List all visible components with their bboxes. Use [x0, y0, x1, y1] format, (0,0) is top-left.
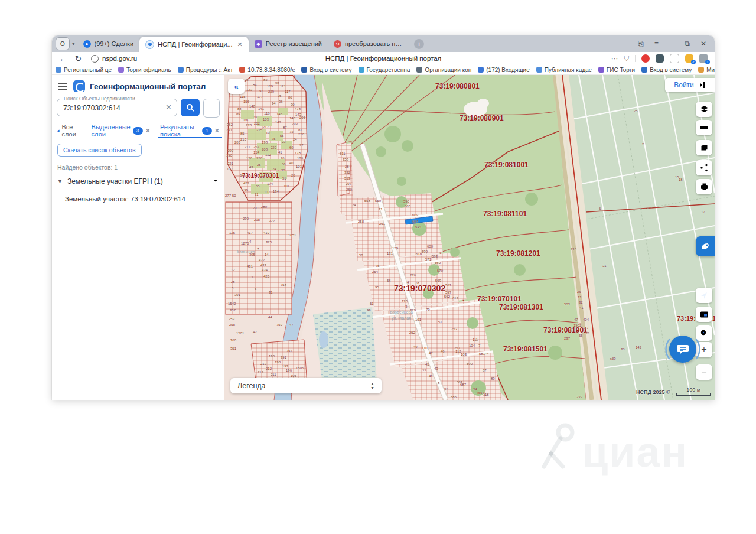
- tab-count-badge: 3: [133, 127, 143, 135]
- parcel-number-label: 259: [229, 317, 234, 321]
- cadastral-quarter-label: 73:19:080801: [435, 82, 480, 90]
- download-list-button[interactable]: Скачать список объектов: [57, 144, 142, 157]
- parcel-number-label: 177: [257, 95, 263, 99]
- cadastral-quarter-label: 73:19:081901: [543, 326, 588, 334]
- bookmark-flag-icon[interactable]: ⛉: [624, 55, 629, 63]
- share-button[interactable]: [696, 160, 712, 175]
- sidebar-tab-0[interactable]: ◂Все слои: [52, 123, 87, 138]
- bookmark-item[interactable]: Министерство и: [698, 67, 715, 73]
- print-button[interactable]: [696, 179, 712, 194]
- measure-button[interactable]: [696, 120, 712, 135]
- cadastral-quarter-label: 73:19:080901: [460, 114, 504, 122]
- parcel-number-label: 60: [289, 146, 294, 149]
- hamburger-menu-icon[interactable]: [58, 83, 67, 90]
- bookmark-item[interactable]: Вход в систему: [301, 67, 351, 73]
- portal-logo-icon: [73, 80, 85, 92]
- screenshot-button[interactable]: [696, 307, 712, 322]
- bookmark-item[interactable]: (172) Входящие: [478, 67, 530, 73]
- parcel-number-label: 142: [636, 346, 641, 349]
- browser-tab-deals[interactable]: ● (99+) Сделки: [77, 35, 140, 52]
- browser-logo-button[interactable]: O: [56, 37, 70, 50]
- address-bar: ← ↻ nspd.gov.ru НСПД | Геоинформационный…: [52, 52, 715, 66]
- browser-tab-pdf[interactable]: Я преобразовать пдф в jpg: [328, 35, 410, 52]
- results-group-title: Земельные участки ЕГРН (1): [67, 177, 163, 185]
- parcel-number-label: 298: [254, 218, 260, 222]
- bookmark-item[interactable]: Региональный це: [56, 67, 112, 73]
- map-canvas[interactable]: 73:19:08080173:19:08090173:19:08100173:1…: [224, 75, 715, 400]
- login-button[interactable]: Войти: [665, 78, 715, 92]
- zoom-out-button[interactable]: −: [696, 364, 712, 380]
- chevron-down-icon[interactable]: ▾: [72, 41, 75, 47]
- result-list-item[interactable]: Земельный участок: 73:19:070302:614: [65, 191, 219, 203]
- parcel-number-label: 604: [412, 220, 418, 223]
- parcel-number-label: 66: [282, 162, 286, 166]
- extension-icon-pointer[interactable]: 1: [699, 54, 708, 63]
- parcel-number-label: 65: [256, 184, 260, 188]
- parcel-number-label: 43: [249, 165, 253, 169]
- search-field[interactable]: Поиск Объекты недвижимости ✕: [57, 99, 177, 116]
- bookmark-item[interactable]: Публичная кадас: [536, 67, 592, 73]
- parcel-number-label: 260: [346, 188, 352, 191]
- parcel-number-label: 156: [243, 100, 249, 103]
- legend-bar[interactable]: Легенда ▲▼: [230, 378, 382, 393]
- menu-icon[interactable]: ≡: [654, 40, 659, 48]
- extension-icon-dark[interactable]: [656, 54, 664, 63]
- bookmark-item[interactable]: Организации кон: [416, 67, 471, 73]
- clear-search-icon[interactable]: ✕: [165, 103, 172, 112]
- close-tab-icon[interactable]: ✕: [145, 127, 151, 135]
- geolocation-button[interactable]: [696, 288, 712, 303]
- extension-icon-page[interactable]: [670, 54, 679, 63]
- url-field[interactable]: nspd.gov.ru: [91, 55, 137, 63]
- layers-button[interactable]: [696, 102, 712, 117]
- browser-tab-nspd-active[interactable]: НСПД | Геоинформаци... ✕: [139, 37, 249, 52]
- parcel-number-label: 553: [344, 177, 350, 180]
- bookmark-item[interactable]: ГИС Торги: [598, 67, 635, 73]
- map-style-button[interactable]: [696, 236, 715, 256]
- parcel-number-label: 79: [426, 308, 430, 311]
- site-info-icon[interactable]: [91, 55, 99, 63]
- parcel-number-label: 759: [276, 323, 282, 327]
- collapse-sidebar-button[interactable]: «: [228, 79, 245, 94]
- search-input[interactable]: [62, 99, 164, 117]
- parcel-number-label: 31: [602, 264, 607, 268]
- parcel-number-label: 146: [289, 116, 295, 120]
- new-tab-button[interactable]: +: [414, 39, 424, 49]
- bookmark-favicon: [239, 67, 245, 73]
- parcel-number-label: 2: [642, 142, 644, 146]
- close-icon[interactable]: ✕: [700, 40, 706, 48]
- parcel-number-label: 51: [370, 302, 374, 305]
- filter-button[interactable]: [203, 99, 220, 118]
- browser-tab-registry[interactable]: ◆ Реестр извещений: [249, 35, 328, 52]
- sidebar-tab-1[interactable]: Выделенные слои3✕: [87, 123, 155, 138]
- legend-toggle-icon[interactable]: ▲▼: [370, 382, 374, 390]
- bookmark-item[interactable]: Торги официаль: [118, 67, 171, 73]
- back-icon[interactable]: ←: [59, 54, 67, 63]
- legend-label: Легенда: [237, 382, 266, 390]
- close-tab-icon[interactable]: ✕: [236, 41, 243, 48]
- search-button[interactable]: [181, 99, 200, 116]
- bookmark-item[interactable]: Государственна: [359, 67, 410, 73]
- parcel-number-label: 98: [275, 81, 279, 84]
- close-tab-icon[interactable]: ✕: [214, 127, 220, 135]
- bookmark-item[interactable]: Процедуры :: Акт: [178, 67, 233, 73]
- chevron-down-icon[interactable]: ▼: [57, 178, 63, 184]
- restore-icon[interactable]: ⧉: [685, 40, 690, 48]
- sidebar-panel-icon[interactable]: ⎘: [638, 40, 644, 48]
- more-icon[interactable]: ⋯: [611, 54, 618, 63]
- results-group[interactable]: ▼ Земельные участки ЕГРН (1): [57, 177, 219, 186]
- bookmark-item[interactable]: Вход в систему: [641, 67, 692, 73]
- select-area-button[interactable]: [696, 140, 712, 155]
- parcel-number-label: 231: [226, 128, 232, 132]
- download-group-icon[interactable]: [212, 177, 219, 186]
- parcel-number-label: 200: [227, 149, 233, 152]
- bookmark-item[interactable]: 10.73.8.34:8080/с: [239, 67, 295, 73]
- sidebar-tab-2[interactable]: Результаты поиска1✕: [155, 123, 224, 138]
- reload-icon[interactable]: ↻: [75, 54, 82, 63]
- minimize-icon[interactable]: ─: [669, 40, 674, 48]
- parcel-number-label: 141: [258, 107, 264, 110]
- parcel-number-label: 276: [410, 273, 416, 277]
- parcel-number-label: 211: [245, 145, 250, 149]
- extension-icon-red[interactable]: [641, 54, 650, 63]
- extension-icon-protect[interactable]: ✓: [685, 54, 693, 63]
- parcel-number-label: 609: [412, 213, 418, 217]
